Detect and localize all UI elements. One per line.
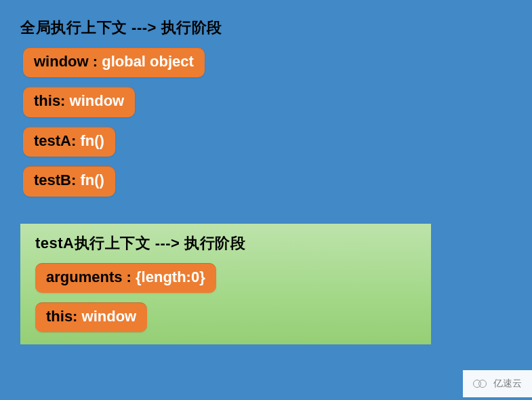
global-entry-row: testB: fn() [23, 166, 512, 196]
watermark-badge: 亿速云 [463, 370, 532, 397]
nested-entry-row: this: window [35, 302, 419, 332]
global-entry-row: testA: fn() [23, 127, 512, 157]
entry-value: window [82, 308, 137, 325]
global-entry-row: this: window [23, 87, 512, 117]
this-entry: this: window [23, 87, 135, 117]
watermark-text: 亿速云 [493, 378, 522, 390]
nested-title-rest: 执行上下文 ---> 执行阶段 [75, 235, 246, 252]
global-context-title: 全局执行上下文 ---> 执行阶段 [20, 18, 512, 38]
entry-label: testA: [34, 132, 80, 149]
nested-entry-row: arguments : {length:0} [35, 263, 419, 293]
entry-label: arguments : [46, 268, 136, 285]
nested-context-title: testA执行上下文 ---> 执行阶段 [35, 233, 419, 254]
cloud-icon [473, 379, 491, 388]
diagram-root: 全局执行上下文 ---> 执行阶段 window : global object… [0, 0, 532, 344]
entry-label: this: [34, 92, 70, 109]
arguments-entry: arguments : {length:0} [35, 263, 216, 293]
entry-label: this: [46, 308, 82, 325]
entry-value: {length:0} [136, 268, 205, 285]
nested-title-prefix: testA [35, 235, 75, 252]
entry-value: fn() [80, 132, 104, 149]
nested-context-box: testA执行上下文 ---> 执行阶段 arguments : {length… [20, 224, 431, 345]
test-a-entry: testA: fn() [23, 127, 115, 157]
entry-value: global object [102, 53, 194, 70]
entry-value: window [70, 92, 125, 109]
test-b-entry: testB: fn() [23, 166, 115, 196]
entry-label: testB: [34, 172, 80, 188]
window-entry: window : global object [23, 47, 205, 77]
entry-label: window : [34, 53, 102, 70]
nested-this-entry: this: window [35, 302, 147, 332]
entry-value: fn() [80, 172, 104, 188]
global-entry-row: window : global object [23, 47, 512, 77]
